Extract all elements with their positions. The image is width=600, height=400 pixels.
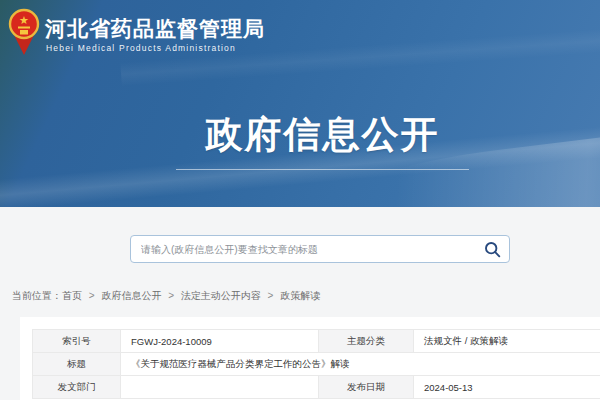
breadcrumb-link-statutory-content[interactable]: 法定主动公开内容: [181, 290, 261, 301]
document-info-table: 索引号 FGWJ-2024-10009 主题分类 法规文件 / 政策解读 标题 …: [32, 329, 600, 399]
publish-date-label: 发布日期: [319, 376, 414, 399]
publish-date-value: 2024-05-13: [414, 376, 600, 399]
breadcrumb-separator: >: [168, 290, 174, 301]
subject-category-label: 主题分类: [319, 330, 414, 353]
breadcrumb-separator: >: [89, 290, 95, 301]
subject-category-value: 法规文件 / 政策解读: [414, 330, 600, 353]
hero-background: ★ 河北省药品监督管理局 Hebei Medical Products Admi…: [0, 0, 600, 207]
banner-title: 政府信息公开: [0, 110, 600, 160]
title-value: 《关于规范医疗器械产品分类界定工作的公告》解读: [121, 353, 600, 376]
breadcrumb: 当前位置：首页 > 政府信息公开 > 法定主动公开内容 > 政策解读: [12, 289, 320, 303]
org-name-cn[interactable]: 河北省药品监督管理局: [45, 15, 265, 43]
index-number-value: FGWJ-2024-10009: [121, 330, 319, 353]
search-button[interactable]: [475, 236, 509, 262]
breadcrumb-link-info-disclosure[interactable]: 政府信息公开: [101, 290, 161, 301]
org-name-en: Hebei Medical Products Administration: [46, 43, 236, 53]
breadcrumb-link-home[interactable]: 首页: [62, 290, 82, 301]
national-emblem-icon: ★: [8, 8, 40, 58]
search-box: [130, 235, 510, 263]
breadcrumb-link-policy-interpretation[interactable]: 政策解读: [280, 290, 320, 301]
issuing-department-value: [121, 376, 319, 399]
national-emblem-logo[interactable]: ★: [8, 8, 40, 58]
table-row: 发文部门 发布日期 2024-05-13: [33, 376, 600, 399]
search-icon: [484, 241, 501, 258]
table-row: 索引号 FGWJ-2024-10009 主题分类 法规文件 / 政策解读: [33, 330, 600, 353]
table-row: 标题 《关于规范医疗器械产品分类界定工作的公告》解读: [33, 353, 600, 376]
svg-text:★: ★: [19, 14, 29, 26]
breadcrumb-separator: >: [268, 290, 274, 301]
banner-underline: [176, 169, 469, 170]
search-input[interactable]: [131, 236, 475, 262]
page: ★ 河北省药品监督管理局 Hebei Medical Products Admi…: [0, 0, 600, 400]
title-label: 标题: [33, 353, 121, 376]
breadcrumb-prefix: 当前位置：: [12, 290, 62, 301]
issuing-department-label: 发文部门: [33, 376, 121, 399]
content-card: 索引号 FGWJ-2024-10009 主题分类 法规文件 / 政策解读 标题 …: [20, 317, 600, 400]
index-number-label: 索引号: [33, 330, 121, 353]
